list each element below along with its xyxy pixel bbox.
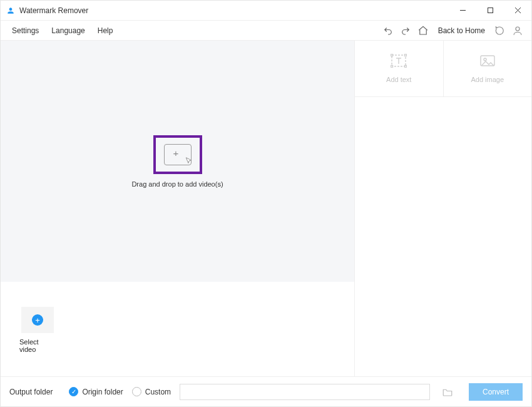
image-icon — [479, 54, 496, 70]
drop-label: Drag and drop to add video(s) — [131, 180, 223, 188]
chat-icon[interactable] — [491, 22, 509, 39]
tab-add-image[interactable]: Add image — [443, 41, 532, 96]
select-video-button[interactable]: + Select video — [19, 307, 56, 353]
svg-rect-7 — [405, 54, 407, 56]
browse-folder-button[interactable] — [439, 384, 456, 400]
redo-button[interactable] — [397, 22, 414, 39]
bottom-bar: Output folder Origin folder Custom Conve… — [1, 376, 531, 406]
below-canvas: + Select video — [1, 282, 354, 376]
radio-origin-folder[interactable]: Origin folder — [69, 387, 123, 396]
menu-language[interactable]: Language — [45, 24, 91, 38]
app-icon — [6, 6, 16, 16]
tab-add-text[interactable]: Add text — [355, 41, 443, 96]
select-video-thumb: + — [21, 307, 54, 333]
radio-custom[interactable]: Custom — [132, 387, 171, 396]
svg-rect-9 — [405, 66, 407, 68]
window-controls — [449, 1, 531, 21]
convert-label: Convert — [483, 388, 509, 396]
select-video-label: Select video — [19, 338, 56, 353]
drop-target-box[interactable]: + — [153, 135, 202, 174]
svg-point-11 — [484, 58, 486, 61]
right-panel: Add text Add image — [354, 41, 531, 376]
plus-circle-icon: + — [32, 314, 43, 326]
plus-icon: + — [173, 148, 179, 158]
menu-settings[interactable]: Settings — [6, 24, 45, 38]
svg-point-4 — [516, 27, 519, 31]
undo-button[interactable] — [379, 22, 397, 39]
svg-rect-6 — [391, 54, 393, 56]
tab-add-image-label: Add image — [471, 76, 504, 83]
cursor-icon — [185, 157, 193, 167]
output-folder-label: Output folder — [9, 388, 53, 396]
svg-rect-1 — [488, 8, 493, 13]
app-window: Watermark Remover Settings Language Help — [0, 0, 532, 407]
radio-custom-label: Custom — [145, 388, 171, 396]
menu-help[interactable]: Help — [91, 24, 120, 38]
radio-dot-icon — [132, 387, 141, 396]
back-to-home-link[interactable]: Back to Home — [432, 26, 491, 35]
titlebar: Watermark Remover — [1, 1, 531, 21]
convert-button[interactable]: Convert — [469, 383, 523, 401]
canvas-column: + Drag and drop to add video(s) + Select… — [1, 41, 354, 376]
user-icon[interactable] — [509, 22, 526, 39]
add-video-icon: + — [164, 144, 192, 165]
content-area: + Drag and drop to add video(s) + Select… — [1, 41, 531, 376]
close-button[interactable] — [504, 1, 531, 21]
maximize-button[interactable] — [476, 1, 504, 21]
minimize-button[interactable] — [449, 1, 476, 21]
svg-rect-8 — [391, 66, 393, 68]
radio-origin-label: Origin folder — [82, 388, 123, 396]
radio-dot-icon — [69, 387, 78, 396]
home-icon[interactable] — [414, 22, 432, 39]
right-tabs: Add text Add image — [355, 41, 531, 97]
text-box-icon — [391, 54, 407, 70]
menubar: Settings Language Help Back to Home — [1, 21, 531, 41]
output-path-input[interactable] — [180, 384, 430, 400]
app-title: Watermark Remover — [19, 6, 88, 15]
drop-canvas[interactable]: + Drag and drop to add video(s) — [1, 41, 354, 282]
tab-add-text-label: Add text — [386, 76, 411, 83]
